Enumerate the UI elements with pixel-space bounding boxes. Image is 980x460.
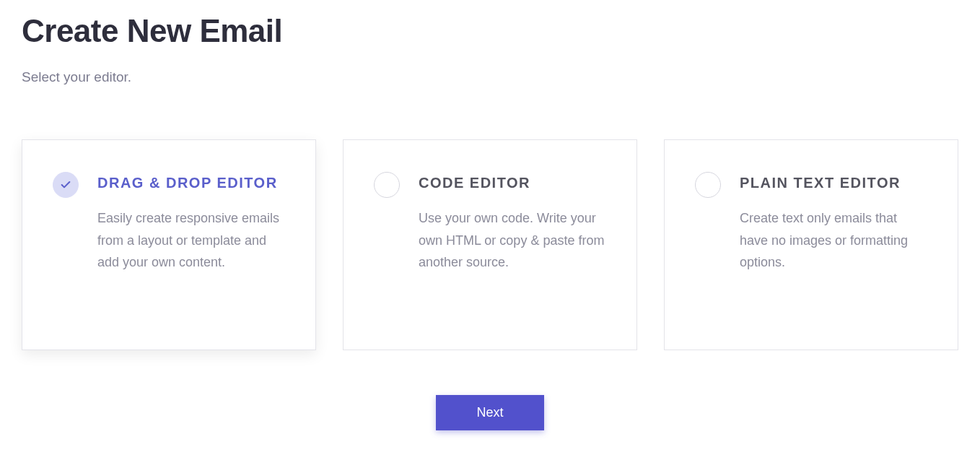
- option-title: CODE EDITOR: [419, 172, 606, 194]
- option-description: Create text only emails that have no ima…: [740, 207, 927, 274]
- page-title: Create New Email: [22, 13, 958, 49]
- radio-unselected[interactable]: [374, 172, 400, 198]
- option-description: Use your own code. Write your own HTML o…: [419, 207, 606, 274]
- option-title: PLAIN TEXT EDITOR: [740, 172, 927, 194]
- next-button[interactable]: Next: [436, 395, 543, 430]
- option-description: Easily create responsive emails from a l…: [97, 207, 285, 274]
- check-icon: [60, 179, 71, 191]
- option-code-editor[interactable]: CODE EDITOR Use your own code. Write you…: [343, 139, 637, 350]
- action-row: Next: [22, 395, 958, 430]
- option-drag-drop-editor[interactable]: DRAG & DROP EDITOR Easily create respons…: [22, 139, 316, 350]
- option-plain-text-editor[interactable]: PLAIN TEXT EDITOR Create text only email…: [664, 139, 958, 350]
- option-content: DRAG & DROP EDITOR Easily create respons…: [97, 172, 285, 274]
- page-subtitle: Select your editor.: [22, 69, 958, 85]
- option-content: PLAIN TEXT EDITOR Create text only email…: [740, 172, 927, 274]
- radio-unselected[interactable]: [695, 172, 721, 198]
- option-title: DRAG & DROP EDITOR: [97, 172, 285, 194]
- radio-selected[interactable]: [53, 172, 79, 198]
- editor-options-row: DRAG & DROP EDITOR Easily create respons…: [22, 139, 958, 350]
- option-content: CODE EDITOR Use your own code. Write you…: [419, 172, 606, 274]
